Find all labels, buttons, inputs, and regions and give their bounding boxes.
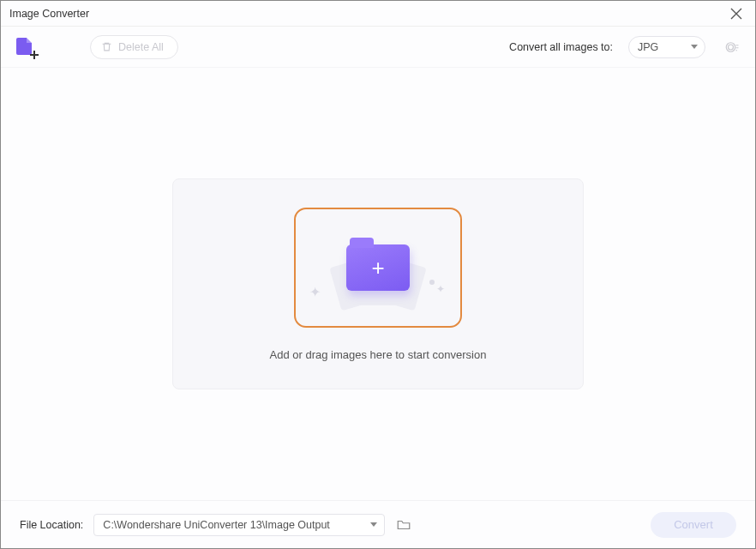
convert-to-label: Convert all images to:: [509, 41, 613, 53]
output-format-value: JPG: [638, 41, 658, 53]
add-images-box[interactable]: ✦ ✦ +: [294, 208, 462, 328]
footer: File Location: C:\Wondershare UniConvert…: [1, 500, 755, 548]
titlebar: Image Converter: [1, 1, 755, 27]
output-format-select[interactable]: JPG: [628, 36, 705, 58]
browse-folder-button[interactable]: [395, 516, 412, 534]
folder-add-icon: +: [346, 244, 410, 291]
add-file-button[interactable]: [16, 38, 35, 57]
window-title: Image Converter: [9, 8, 89, 20]
chevron-down-icon: [691, 45, 698, 49]
output-settings-button[interactable]: [724, 39, 740, 55]
dropzone-hint: Add or drag images here to start convers…: [270, 348, 487, 361]
trash-icon: [101, 41, 112, 52]
file-location-label: File Location:: [20, 519, 83, 531]
file-location-select[interactable]: C:\Wondershare UniConverter 13\Image Out…: [93, 514, 385, 536]
plus-icon: [30, 51, 39, 59]
sparkle-icon: ✦: [436, 283, 445, 295]
main-area: ✦ ✦ + Add or drag images here to start c…: [1, 68, 755, 500]
plus-icon: +: [371, 256, 384, 279]
app-window: Image Converter Delete All Convert all i…: [0, 0, 756, 549]
sparkle-icon: ✦: [309, 284, 321, 300]
file-location-path: C:\Wondershare UniConverter 13\Image Out…: [103, 519, 329, 531]
svg-point-1: [726, 42, 735, 51]
delete-all-label: Delete All: [118, 41, 164, 53]
toolbar: Delete All Convert all images to: JPG: [1, 27, 755, 68]
gear-icon: [724, 39, 740, 55]
convert-button-label: Convert: [674, 518, 713, 531]
chevron-down-icon: [370, 522, 377, 527]
folder-icon: [396, 517, 411, 533]
close-icon: [730, 8, 742, 20]
delete-all-button[interactable]: Delete All: [90, 35, 178, 59]
svg-point-0: [729, 45, 734, 50]
dot-icon: [429, 280, 435, 285]
dropzone[interactable]: ✦ ✦ + Add or drag images here to start c…: [172, 178, 584, 389]
convert-button[interactable]: Convert: [651, 512, 736, 538]
close-button[interactable]: [726, 3, 747, 24]
